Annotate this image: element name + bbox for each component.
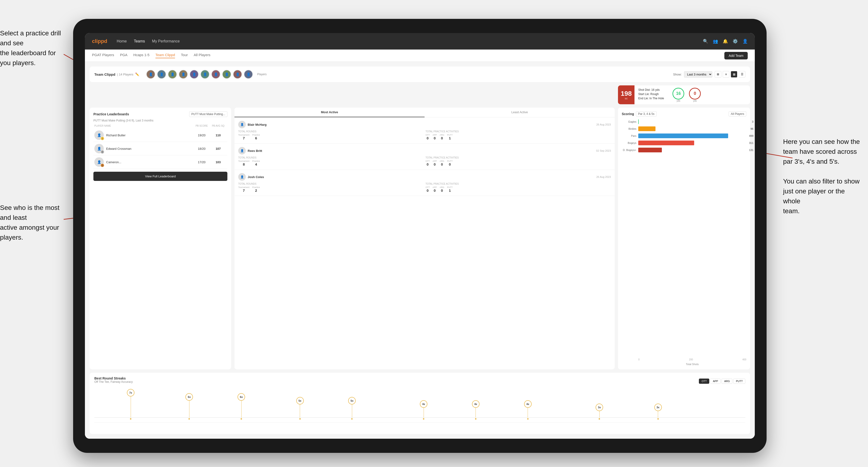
- leaderboard-header: Practice Leaderboards PUTT Must Make Put…: [93, 111, 227, 117]
- shot-number: 198: [621, 90, 632, 97]
- shot-card-info: Shot Dist: 16 yds Start Lie: Rough End L…: [634, 85, 668, 104]
- settings-icon[interactable]: ⚙️: [733, 39, 738, 44]
- tournament-col-3: Tournament 7: [238, 186, 250, 192]
- leaderboard-card: Practice Leaderboards PUTT Must Make Put…: [90, 107, 231, 369]
- avatar-1: 👤: [146, 70, 155, 79]
- table-view-icon[interactable]: ≡: [723, 71, 729, 77]
- streak-node: 6x: [238, 393, 245, 419]
- leaderboard-drill-select[interactable]: PUTT Must Make Putting...: [189, 111, 227, 117]
- activity-entry-header-1: 👤 Blair McHarg 26 Aug 2023: [238, 121, 611, 128]
- streak-node: 5x: [296, 397, 304, 419]
- putt-col-1: PUTT 1: [447, 134, 453, 140]
- chart-bar-fill: [638, 133, 728, 138]
- player-name-1: Richard Butler: [106, 133, 193, 137]
- shot-card-red: 198 SC: [618, 85, 634, 104]
- chart-bar-fill: [638, 126, 655, 131]
- rank-badge-3: 3: [100, 163, 104, 167]
- avatar-9: 👤: [233, 70, 242, 79]
- chart-bar-row: Eagles3: [622, 119, 746, 124]
- practice-activities-label-1: Total Practice Activities: [426, 130, 611, 133]
- streak-circle: 5x: [348, 397, 356, 404]
- sub-nav-hcaps[interactable]: Hcaps 1-5: [133, 53, 149, 58]
- list-view-icon[interactable]: ☰: [739, 71, 745, 77]
- putt-col-3: PUTT 1: [447, 186, 453, 192]
- streak-dot: [475, 418, 476, 419]
- streak-stem: [528, 408, 528, 418]
- nav-home[interactable]: Home: [117, 39, 127, 43]
- app-col-2: APP 0: [433, 160, 437, 166]
- total-rounds-group-1: Total Rounds Tournament 7 Practice: [238, 130, 424, 140]
- nav-teams[interactable]: Teams: [134, 39, 145, 43]
- activity-avatar-2: 👤: [238, 147, 246, 154]
- streak-circle: 6x: [238, 393, 245, 401]
- people-icon[interactable]: 👥: [713, 39, 718, 44]
- streak-stem: [241, 401, 242, 418]
- add-team-button[interactable]: Add Team: [724, 52, 748, 59]
- chart-bar-value: 131: [749, 149, 753, 151]
- tournament-col-1: Tournament 7: [238, 134, 250, 140]
- streak-stem: [352, 404, 352, 418]
- chart-bar-value: 499: [749, 134, 753, 137]
- show-select[interactable]: Last 3 months Last 6 months Last year: [684, 71, 712, 77]
- practice-activities-label-2: Total Practice Activities: [426, 156, 611, 159]
- total-rounds-label-3: Total Rounds: [238, 183, 424, 185]
- nav-my-performance[interactable]: My Performance: [152, 39, 180, 43]
- streak-dot: [527, 418, 529, 419]
- search-icon[interactable]: 🔍: [703, 39, 708, 44]
- activity-entries: 👤 Blair McHarg 26 Aug 2023 Total Rounds: [235, 118, 615, 369]
- user-avatar-icon[interactable]: 👤: [743, 39, 748, 44]
- edit-icon[interactable]: ✏️: [135, 72, 139, 76]
- activity-stats-3: Total Rounds Tournament 7 Practice: [238, 183, 611, 192]
- sub-nav-pga[interactable]: PGA: [120, 53, 128, 58]
- streak-dot: [241, 418, 242, 419]
- chart-x-axis: 0 200 400: [638, 358, 746, 361]
- practice-activities-values-3: OTT 0 APP 0 ARG: [426, 186, 611, 192]
- streaks-title: Best Round Streaks: [94, 376, 133, 380]
- streak-circle: 4x: [472, 400, 479, 408]
- practice-col-3: Practice 2: [252, 186, 260, 192]
- arg-col-3: ARG 0: [440, 186, 444, 192]
- view-full-leaderboard-button[interactable]: View Full Leaderboard: [93, 172, 227, 181]
- player-name-2: Edward Crossman: [106, 147, 193, 151]
- score-1: 19/20: [193, 133, 210, 137]
- bottom-header: Best Round Streaks Off The Tee, Fairway …: [94, 376, 745, 386]
- streak-circle: 3x: [596, 404, 603, 411]
- sub-nav-all-players[interactable]: All Players: [194, 53, 210, 58]
- scoring-player-filter[interactable]: All Players: [728, 111, 746, 117]
- team-name: Team Clippd: [94, 72, 115, 76]
- chart-bar-fill: [638, 141, 694, 145]
- grid-view-icon[interactable]: ⊞: [715, 71, 721, 77]
- nav-icons: 🔍 👥 🔔 ⚙️ 👤: [703, 39, 748, 44]
- table-row: 👤 2 Edward Crossman 18/20 107: [93, 142, 227, 155]
- streak-dot: [657, 418, 659, 419]
- avg-3: 103: [210, 160, 226, 164]
- filter-app[interactable]: APP: [710, 379, 720, 384]
- streak-node: 4x: [420, 400, 427, 419]
- chart-bar-row: Bogeys311: [622, 141, 746, 145]
- annotation-right: Here you can see how the team have score…: [783, 137, 863, 216]
- card-view-icon[interactable]: ▦: [731, 71, 737, 77]
- filter-ott[interactable]: OTT: [699, 379, 709, 384]
- activity-date-2: 02 Sep 2023: [596, 149, 611, 152]
- activity-player-name-1: Blair McHarg: [248, 123, 267, 126]
- sub-nav-tour[interactable]: Tour: [181, 53, 188, 58]
- filter-putt[interactable]: PUTT: [733, 379, 745, 384]
- bell-icon[interactable]: 🔔: [723, 39, 728, 44]
- filter-arg[interactable]: ARG: [721, 379, 733, 384]
- sub-nav-team-clippd[interactable]: Team Clippd: [155, 53, 175, 58]
- streak-circle: 3x: [654, 404, 662, 411]
- leaderboard-cols: PLAYER NAME PB SCORE PB AVG SQ: [93, 125, 227, 127]
- total-rounds-label-2: Total Rounds: [238, 156, 424, 159]
- chart-bar-row: Birdies96: [622, 126, 746, 131]
- activity-stats-2: Total Rounds Tournament 8 Practice: [238, 156, 611, 166]
- col-score-header: PB SCORE: [193, 125, 210, 127]
- sub-nav-pgat[interactable]: PGAT Players: [92, 53, 114, 58]
- tab-least-active[interactable]: Least Active: [425, 107, 615, 117]
- chart-bar-row: Pars499: [622, 133, 746, 138]
- chart-bar-label: D. Bogeys+: [622, 149, 638, 151]
- tab-most-active[interactable]: Most Active: [235, 107, 425, 117]
- streak-circle: 4x: [420, 400, 427, 408]
- scoring-par-filter[interactable]: Par 3, 4 & 5s: [636, 111, 656, 117]
- streak-dot: [599, 418, 600, 419]
- shot-circle-red: 0: [689, 88, 701, 99]
